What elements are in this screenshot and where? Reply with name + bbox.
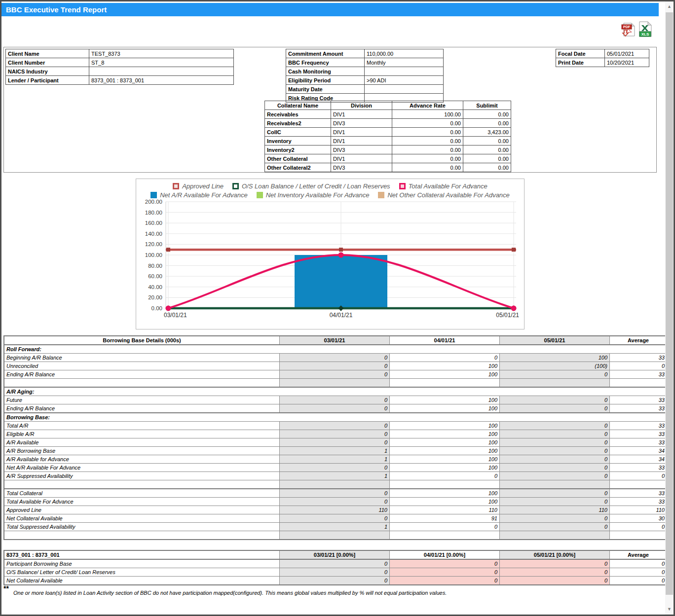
legend-label: Net Inventory Available For Advance bbox=[266, 191, 370, 199]
legend-swatch bbox=[257, 192, 263, 198]
trend-chart: 0.0020.0040.0060.0080.00100.00120.00140.… bbox=[136, 199, 524, 322]
table-row: Other Collateral2DIV30.000.00 bbox=[265, 163, 511, 172]
export-pdf-button[interactable]: PDF bbox=[621, 22, 636, 38]
legend-item: Net Inventory Available For Advance bbox=[257, 191, 370, 199]
value-cell: 100 bbox=[390, 447, 500, 455]
value-cell: 0 bbox=[280, 489, 390, 498]
value-cell: 0 bbox=[610, 559, 668, 568]
svg-text:140.00: 140.00 bbox=[145, 231, 162, 237]
value-cell: 33 bbox=[610, 404, 668, 413]
row-label: Participant Borrowing Base bbox=[4, 559, 280, 568]
value-cell: 0 bbox=[500, 489, 610, 498]
row-label: Total Collateral bbox=[4, 489, 280, 498]
collateral-value: DIV1 bbox=[331, 154, 392, 163]
row-label: Unreconciled bbox=[4, 362, 280, 370]
svg-text:40.00: 40.00 bbox=[148, 284, 162, 290]
blank-row bbox=[4, 480, 667, 489]
row-label: Beginning A/R Balance bbox=[4, 354, 280, 362]
svg-text:120.00: 120.00 bbox=[145, 241, 162, 247]
legend-item: Total Available For Advance bbox=[399, 182, 488, 190]
svg-text:60.00: 60.00 bbox=[148, 273, 162, 279]
collateral-value: DIV1 bbox=[331, 128, 392, 137]
table-row: Ending A/R Balance0100033 bbox=[4, 404, 667, 413]
legend-swatch bbox=[173, 183, 179, 189]
export-toolbar: PDF XLS bbox=[621, 21, 652, 38]
page-title: BBC Executive Trend Report bbox=[6, 5, 107, 14]
collateral-value: 100.00 bbox=[392, 110, 463, 119]
value-cell: 33 bbox=[610, 489, 668, 498]
row-label: Total Suppressed Availability bbox=[4, 523, 280, 531]
scroll-down-button[interactable]: ▼ bbox=[665, 605, 674, 614]
field-value: >90 ADI bbox=[365, 76, 444, 85]
header-row: 8373_001 : 8373_00103/01/21 [0.00%]04/01… bbox=[4, 550, 667, 559]
export-xls-button[interactable]: XLS bbox=[638, 21, 652, 38]
value-cell: 1 bbox=[280, 523, 390, 531]
xls-label: XLS bbox=[641, 32, 649, 36]
value-cell: 34 bbox=[610, 447, 668, 455]
value-cell: 0 bbox=[500, 568, 610, 577]
field-value bbox=[89, 67, 234, 76]
value-cell: 34 bbox=[610, 455, 668, 464]
value-cell: 33 bbox=[610, 422, 668, 430]
legend-item: Net Other Collateral Available For Advan… bbox=[378, 191, 509, 199]
collateral-value: DIV1 bbox=[331, 110, 392, 119]
value-cell: 0 bbox=[500, 514, 610, 523]
legend-swatch bbox=[150, 192, 157, 198]
table-row: Total Collateral0100033 bbox=[4, 489, 667, 498]
value-cell: 100 bbox=[390, 430, 500, 438]
field-label: Client Number bbox=[6, 58, 89, 67]
column-header: Borrowing Base Details (000s) bbox=[4, 336, 280, 345]
value-cell: 0 bbox=[390, 577, 500, 585]
legend-label: Total Available For Advance bbox=[409, 182, 488, 190]
value-cell: 0 bbox=[280, 514, 390, 523]
column-header: Advance Rate bbox=[392, 101, 463, 110]
table-row: NAICS Industry bbox=[6, 67, 234, 76]
svg-text:05/01/21: 05/01/21 bbox=[496, 312, 519, 319]
blank-cell bbox=[500, 379, 610, 388]
table-row: Eligible A/R0100033 bbox=[4, 430, 667, 438]
value-cell: 110 bbox=[500, 506, 610, 514]
value-cell: 1 bbox=[280, 447, 390, 455]
table-row: A/R Borrowing Base1100034 bbox=[4, 447, 667, 455]
value-cell: 0 bbox=[610, 568, 668, 577]
table-row: Cash Monitoring bbox=[286, 67, 444, 76]
collateral-value: 0.00 bbox=[463, 163, 511, 172]
value-cell: 0 bbox=[280, 404, 390, 413]
footnote: ** One or more loan(s) listed in Loan Ac… bbox=[3, 586, 657, 596]
legend-item: Net A/R Available For Advance bbox=[150, 191, 248, 199]
scroll-up-button[interactable]: ▲ bbox=[665, 2, 674, 11]
field-label: NAICS Industry bbox=[6, 67, 89, 76]
field-value: 8373_001 : 8373_001 bbox=[89, 76, 234, 85]
row-label: A/R Suppressed Availability bbox=[4, 472, 280, 480]
value-cell: 100 bbox=[390, 362, 500, 370]
blank-cell bbox=[280, 379, 390, 388]
collateral-value: DIV3 bbox=[331, 119, 392, 128]
row-label: A/R Available for Advance bbox=[4, 455, 280, 464]
table-row: Unreconciled0100(100)0 bbox=[4, 362, 667, 370]
value-cell: 0 bbox=[280, 438, 390, 447]
value-cell: 0 bbox=[280, 498, 390, 506]
collateral-name: Other Collateral bbox=[265, 154, 331, 163]
value-cell: 0 bbox=[500, 370, 610, 379]
value-cell: 0 bbox=[610, 577, 668, 585]
value-cell: 100 bbox=[390, 396, 500, 404]
table-row: Focal Date05/01/2021 bbox=[556, 49, 649, 58]
row-label: Total Available For Advance bbox=[4, 498, 280, 506]
table-row: A/R Available0100033 bbox=[4, 438, 667, 447]
legend-label: Approved Line bbox=[182, 182, 224, 190]
field-label: Maturity Date bbox=[286, 85, 365, 94]
vertical-scrollbar[interactable]: ▲ ▼ bbox=[665, 1, 674, 615]
value-cell: 0 bbox=[390, 523, 500, 531]
scrollbar-thumb[interactable] bbox=[666, 12, 673, 595]
table-row: Client NumberST_8 bbox=[6, 58, 234, 67]
chart-legend-row-2: Net A/R Available For AdvanceNet Invento… bbox=[136, 191, 524, 199]
row-label: Ending A/R Balance bbox=[4, 404, 280, 413]
column-header: 03/01/21 bbox=[280, 336, 390, 345]
table-row: Print Date10/20/2021 bbox=[556, 58, 649, 67]
table-row: Total Available For Advance0100033 bbox=[4, 498, 667, 506]
svg-text:PDF: PDF bbox=[623, 25, 631, 29]
value-cell: 0 bbox=[500, 559, 610, 568]
legend-label: O/S Loan Balance / Letter of Credit / Lo… bbox=[242, 182, 390, 190]
collateral-value: 0.00 bbox=[463, 110, 511, 119]
collateral-name: Receivables bbox=[265, 110, 331, 119]
